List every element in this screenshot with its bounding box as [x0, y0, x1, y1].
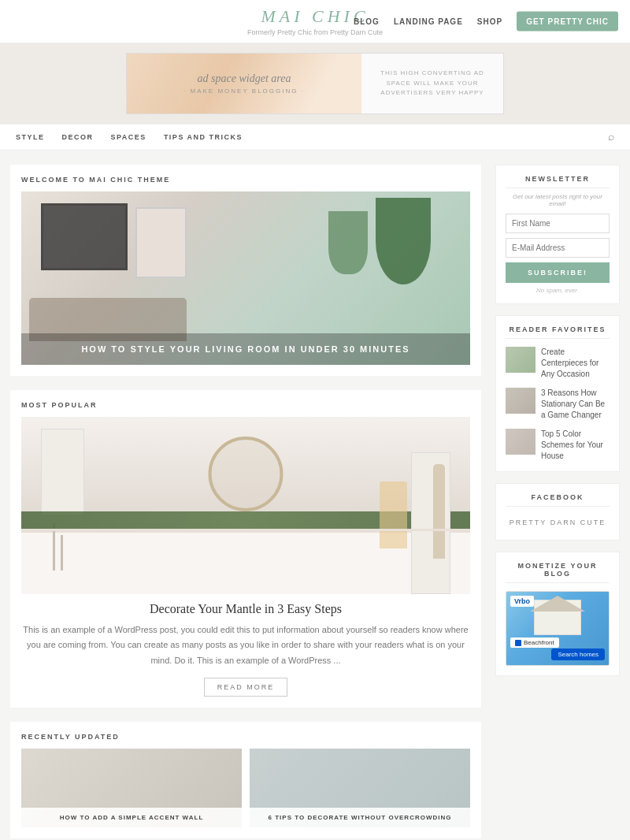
recently-grid: HOW TO ADD A SIMPLE ACCENT WALL 6 TIPS T… — [21, 749, 470, 827]
ad-subtitle: · MAKE MONEY BLOGGING · — [183, 87, 305, 95]
most-popular-title: MOST POPULAR — [21, 401, 470, 409]
no-spam-text: No spam, ever. — [506, 287, 610, 294]
nav-landing-page[interactable]: LANDING PAGE — [394, 17, 463, 26]
recently-item-1-label: HOW TO ADD A SIMPLE ACCENT WALL — [21, 808, 242, 827]
email-input[interactable] — [506, 238, 610, 258]
recently-item-2-label: 6 TIPS TO DECORATE WITHOUT OVERCROWDING — [250, 808, 470, 827]
welcome-section: WELCOME TO MAI CHIC THEME HOW TO STYLE Y… — [10, 165, 481, 376]
popular-image — [21, 417, 470, 594]
reader-fav-text-2: 3 Reasons How Stationary Can Be a Game C… — [541, 388, 610, 421]
recently-updated-section: RECENTLY UPDATED HOW TO ADD A SIMPLE ACC… — [10, 722, 481, 838]
welcome-image-caption: HOW TO STYLE YOUR LIVING ROOM IN UNDER 3… — [32, 344, 459, 354]
reader-fav-item-3[interactable]: Top 5 Color Schemes for Your House — [506, 429, 610, 462]
nav-style[interactable]: STYLE — [16, 133, 45, 141]
recently-item-1[interactable]: HOW TO ADD A SIMPLE ACCENT WALL — [21, 749, 242, 827]
reader-fav-thumb-3 — [506, 429, 536, 455]
top-navigation: BLOG LANDING PAGE SHOP GET PRETTY CHIC — [354, 12, 618, 32]
nav-tips[interactable]: TIPS AND TRICKS — [164, 133, 243, 141]
read-more-button[interactable]: READ MORE — [204, 678, 288, 697]
welcome-section-title: WELCOME TO MAI CHIC THEME — [21, 176, 470, 184]
beachfront-check: Beachfront — [510, 637, 559, 648]
main-nav-links: STYLE DECOR SPACES TIPS AND TRICKS — [16, 125, 243, 150]
monetize-image: Vrbo Beachfront Search homes — [506, 591, 610, 666]
reader-fav-item-2[interactable]: 3 Reasons How Stationary Can Be a Game C… — [506, 388, 610, 421]
monetize-widget: MONETIZE YOUR BLOG Vrbo Beachfront Searc… — [495, 552, 620, 676]
reader-fav-text-1: Create Centerpieces for Any Occasion — [541, 347, 610, 380]
ad-container: ad space widget area · MAKE MONEY BLOGGI… — [126, 53, 504, 114]
facebook-link[interactable]: PRETTY DARN CUTE — [506, 515, 610, 530]
nav-decor[interactable]: DECOR — [62, 133, 94, 141]
beachfront-label: Beachfront — [524, 639, 554, 646]
sidebar-column: NEWSLETTER Get our latest posts right to… — [495, 165, 620, 840]
vrbo-label: Vrbo — [510, 596, 534, 607]
reader-fav-thumb-2 — [506, 388, 536, 414]
popular-post-excerpt: This is an example of a WordPress post, … — [21, 623, 470, 668]
recently-updated-title: RECENTLY UPDATED — [21, 733, 470, 741]
nav-shop[interactable]: SHOP — [477, 17, 502, 26]
site-header: MAI CHIC Formerly Pretty Chic from Prett… — [0, 0, 630, 43]
facebook-title: FACEBOOK — [506, 493, 610, 507]
reader-fav-text-3: Top 5 Color Schemes for Your House — [541, 429, 610, 462]
ad-left: ad space widget area · MAKE MONEY BLOGGI… — [127, 54, 361, 113]
newsletter-subtitle: Get our latest posts right to your email… — [506, 193, 610, 207]
subscribe-button[interactable]: SUBSCRIBE! — [506, 262, 610, 283]
monetize-title: MONETIZE YOUR BLOG — [506, 562, 610, 583]
search-icon[interactable]: ⌕ — [608, 131, 614, 143]
facebook-widget: FACEBOOK PRETTY DARN CUTE — [495, 483, 620, 541]
search-homes-button[interactable]: Search homes — [551, 649, 605, 660]
content-wrapper: WELCOME TO MAI CHIC THEME HOW TO STYLE Y… — [4, 151, 626, 840]
newsletter-title: NEWSLETTER — [506, 175, 610, 188]
main-column: WELCOME TO MAI CHIC THEME HOW TO STYLE Y… — [10, 165, 481, 840]
nav-blog[interactable]: BLOG — [354, 17, 380, 26]
cta-button[interactable]: GET PRETTY CHIC — [517, 12, 618, 32]
ad-banner: ad space widget area · MAKE MONEY BLOGGI… — [0, 43, 630, 124]
first-name-input[interactable] — [506, 214, 610, 233]
main-navigation: STYLE DECOR SPACES TIPS AND TRICKS ⌕ — [0, 124, 630, 151]
newsletter-widget: NEWSLETTER Get our latest posts right to… — [495, 165, 620, 304]
reader-fav-item-1[interactable]: Create Centerpieces for Any Occasion — [506, 347, 610, 380]
ad-right-text: THIS HIGH CONVERTING AD SPACE WILL MAKE … — [369, 69, 495, 98]
most-popular-section: MOST POPULAR Decorate Your Mantle in 3 E… — [10, 390, 481, 708]
popular-post-title: Decorate Your Mantle in 3 Easy Steps — [21, 602, 470, 616]
recently-item-2[interactable]: 6 TIPS TO DECORATE WITHOUT OVERCROWDING — [250, 749, 470, 827]
reader-favorites-widget: READER FAVORITES Create Centerpieces for… — [495, 315, 620, 472]
welcome-image: HOW TO STYLE YOUR LIVING ROOM IN UNDER 3… — [21, 191, 470, 365]
welcome-image-overlay: HOW TO STYLE YOUR LIVING ROOM IN UNDER 3… — [21, 333, 470, 365]
nav-spaces[interactable]: SPACES — [111, 133, 146, 141]
reader-fav-thumb-1 — [506, 347, 536, 373]
reader-favorites-title: READER FAVORITES — [506, 325, 610, 339]
ad-right: THIS HIGH CONVERTING AD SPACE WILL MAKE … — [361, 54, 503, 113]
ad-title: ad space widget area — [198, 72, 291, 85]
